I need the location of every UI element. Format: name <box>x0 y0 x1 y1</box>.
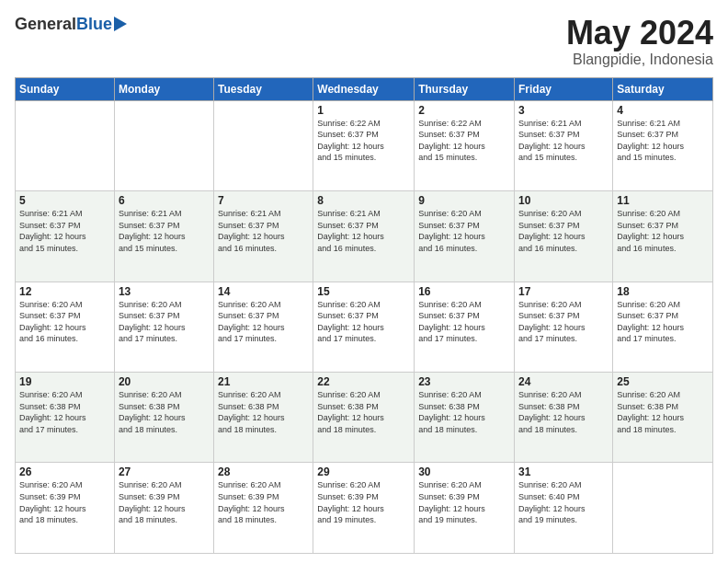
day-number: 3 <box>518 104 609 117</box>
day-number: 26 <box>19 465 110 478</box>
table-cell: 22Sunrise: 6:20 AM Sunset: 6:38 PM Dayli… <box>313 373 415 463</box>
table-cell <box>214 100 313 190</box>
table-cell: 13Sunrise: 6:20 AM Sunset: 6:37 PM Dayli… <box>114 282 213 372</box>
day-number: 20 <box>119 375 210 388</box>
col-monday: Monday <box>114 77 213 100</box>
calendar-title: May 2024 <box>566 15 713 52</box>
col-thursday: Thursday <box>415 77 515 100</box>
day-info: Sunrise: 6:20 AM Sunset: 6:39 PM Dayligh… <box>119 479 210 525</box>
day-number: 28 <box>218 465 309 478</box>
day-info: Sunrise: 6:20 AM Sunset: 6:39 PM Dayligh… <box>418 479 510 525</box>
col-wednesday: Wednesday <box>313 77 415 100</box>
table-cell: 15Sunrise: 6:20 AM Sunset: 6:37 PM Dayli… <box>313 282 415 372</box>
table-cell: 17Sunrise: 6:20 AM Sunset: 6:37 PM Dayli… <box>515 282 613 372</box>
header-row: Sunday Monday Tuesday Wednesday Thursday… <box>16 77 713 100</box>
calendar-location: Blangpidie, Indonesia <box>566 52 713 68</box>
day-number: 30 <box>418 465 510 478</box>
day-info: Sunrise: 6:20 AM Sunset: 6:37 PM Dayligh… <box>317 299 410 345</box>
title-block: May 2024 Blangpidie, Indonesia <box>566 15 713 68</box>
day-info: Sunrise: 6:21 AM Sunset: 6:37 PM Dayligh… <box>19 208 110 254</box>
calendar-table: Sunday Monday Tuesday Wednesday Thursday… <box>15 77 713 554</box>
logo: General Blue <box>15 15 127 34</box>
day-info: Sunrise: 6:20 AM Sunset: 6:38 PM Dayligh… <box>218 389 309 435</box>
day-info: Sunrise: 6:21 AM Sunset: 6:37 PM Dayligh… <box>617 118 709 164</box>
day-info: Sunrise: 6:20 AM Sunset: 6:39 PM Dayligh… <box>218 479 309 525</box>
day-number: 29 <box>317 465 410 478</box>
day-info: Sunrise: 6:21 AM Sunset: 6:37 PM Dayligh… <box>518 118 609 164</box>
table-cell: 8Sunrise: 6:21 AM Sunset: 6:37 PM Daylig… <box>313 191 415 282</box>
day-number: 6 <box>119 194 210 207</box>
day-info: Sunrise: 6:20 AM Sunset: 6:37 PM Dayligh… <box>617 299 709 345</box>
day-number: 31 <box>518 465 609 478</box>
day-number: 14 <box>218 285 309 298</box>
table-cell: 21Sunrise: 6:20 AM Sunset: 6:38 PM Dayli… <box>214 373 313 463</box>
day-info: Sunrise: 6:20 AM Sunset: 6:37 PM Dayligh… <box>19 299 110 345</box>
col-sunday: Sunday <box>16 77 115 100</box>
day-number: 4 <box>617 104 709 117</box>
table-cell: 30Sunrise: 6:20 AM Sunset: 6:39 PM Dayli… <box>415 463 515 554</box>
table-cell: 11Sunrise: 6:20 AM Sunset: 6:37 PM Dayli… <box>613 191 713 282</box>
day-number: 13 <box>119 285 210 298</box>
table-cell: 6Sunrise: 6:21 AM Sunset: 6:37 PM Daylig… <box>114 191 213 282</box>
day-number: 11 <box>617 194 709 207</box>
day-info: Sunrise: 6:20 AM Sunset: 6:37 PM Dayligh… <box>617 208 709 254</box>
table-cell <box>114 100 213 190</box>
day-info: Sunrise: 6:20 AM Sunset: 6:38 PM Dayligh… <box>617 389 709 435</box>
table-cell: 16Sunrise: 6:20 AM Sunset: 6:37 PM Dayli… <box>415 282 515 372</box>
day-info: Sunrise: 6:22 AM Sunset: 6:37 PM Dayligh… <box>418 118 510 164</box>
day-info: Sunrise: 6:20 AM Sunset: 6:38 PM Dayligh… <box>518 389 609 435</box>
table-cell: 10Sunrise: 6:20 AM Sunset: 6:37 PM Dayli… <box>515 191 613 282</box>
table-cell: 29Sunrise: 6:20 AM Sunset: 6:39 PM Dayli… <box>313 463 415 554</box>
table-cell: 14Sunrise: 6:20 AM Sunset: 6:37 PM Dayli… <box>214 282 313 372</box>
header: General Blue May 2024 Blangpidie, Indone… <box>15 15 713 68</box>
day-info: Sunrise: 6:20 AM Sunset: 6:38 PM Dayligh… <box>317 389 410 435</box>
day-info: Sunrise: 6:20 AM Sunset: 6:38 PM Dayligh… <box>19 389 110 435</box>
day-number: 18 <box>617 285 709 298</box>
day-number: 21 <box>218 375 309 388</box>
table-cell: 28Sunrise: 6:20 AM Sunset: 6:39 PM Dayli… <box>214 463 313 554</box>
calendar-week-row: 12Sunrise: 6:20 AM Sunset: 6:37 PM Dayli… <box>16 282 713 372</box>
day-info: Sunrise: 6:20 AM Sunset: 6:40 PM Dayligh… <box>518 479 609 525</box>
table-cell: 5Sunrise: 6:21 AM Sunset: 6:37 PM Daylig… <box>16 191 115 282</box>
table-cell <box>16 100 115 190</box>
logo-general-text: General <box>15 15 76 34</box>
day-number: 2 <box>418 104 510 117</box>
table-cell: 24Sunrise: 6:20 AM Sunset: 6:38 PM Dayli… <box>515 373 613 463</box>
day-info: Sunrise: 6:21 AM Sunset: 6:37 PM Dayligh… <box>119 208 210 254</box>
table-cell: 26Sunrise: 6:20 AM Sunset: 6:39 PM Dayli… <box>16 463 115 554</box>
day-number: 5 <box>19 194 110 207</box>
table-cell: 7Sunrise: 6:21 AM Sunset: 6:37 PM Daylig… <box>214 191 313 282</box>
day-info: Sunrise: 6:20 AM Sunset: 6:38 PM Dayligh… <box>418 389 510 435</box>
day-number: 25 <box>617 375 709 388</box>
calendar-week-row: 5Sunrise: 6:21 AM Sunset: 6:37 PM Daylig… <box>16 191 713 282</box>
day-info: Sunrise: 6:22 AM Sunset: 6:37 PM Dayligh… <box>317 118 410 164</box>
table-cell: 18Sunrise: 6:20 AM Sunset: 6:37 PM Dayli… <box>613 282 713 372</box>
logo-blue-text: Blue <box>76 15 112 34</box>
col-friday: Friday <box>515 77 613 100</box>
calendar-week-row: 1Sunrise: 6:22 AM Sunset: 6:37 PM Daylig… <box>16 100 713 190</box>
day-info: Sunrise: 6:20 AM Sunset: 6:37 PM Dayligh… <box>218 299 309 345</box>
calendar-week-row: 26Sunrise: 6:20 AM Sunset: 6:39 PM Dayli… <box>16 463 713 554</box>
day-info: Sunrise: 6:20 AM Sunset: 6:37 PM Dayligh… <box>418 208 510 254</box>
day-info: Sunrise: 6:21 AM Sunset: 6:37 PM Dayligh… <box>317 208 410 254</box>
day-info: Sunrise: 6:20 AM Sunset: 6:37 PM Dayligh… <box>119 299 210 345</box>
table-cell <box>613 463 713 554</box>
day-number: 19 <box>19 375 110 388</box>
col-saturday: Saturday <box>613 77 713 100</box>
day-number: 27 <box>119 465 210 478</box>
table-cell: 9Sunrise: 6:20 AM Sunset: 6:37 PM Daylig… <box>415 191 515 282</box>
day-info: Sunrise: 6:20 AM Sunset: 6:39 PM Dayligh… <box>317 479 410 525</box>
day-number: 23 <box>418 375 510 388</box>
page: General Blue May 2024 Blangpidie, Indone… <box>0 0 728 563</box>
day-info: Sunrise: 6:20 AM Sunset: 6:39 PM Dayligh… <box>19 479 110 525</box>
day-info: Sunrise: 6:20 AM Sunset: 6:38 PM Dayligh… <box>119 389 210 435</box>
day-number: 22 <box>317 375 410 388</box>
table-cell: 2Sunrise: 6:22 AM Sunset: 6:37 PM Daylig… <box>415 100 515 190</box>
table-cell: 4Sunrise: 6:21 AM Sunset: 6:37 PM Daylig… <box>613 100 713 190</box>
day-number: 8 <box>317 194 410 207</box>
day-info: Sunrise: 6:21 AM Sunset: 6:37 PM Dayligh… <box>218 208 309 254</box>
day-number: 1 <box>317 104 410 117</box>
day-number: 17 <box>518 285 609 298</box>
logo-arrow-icon <box>114 17 127 31</box>
day-number: 10 <box>518 194 609 207</box>
